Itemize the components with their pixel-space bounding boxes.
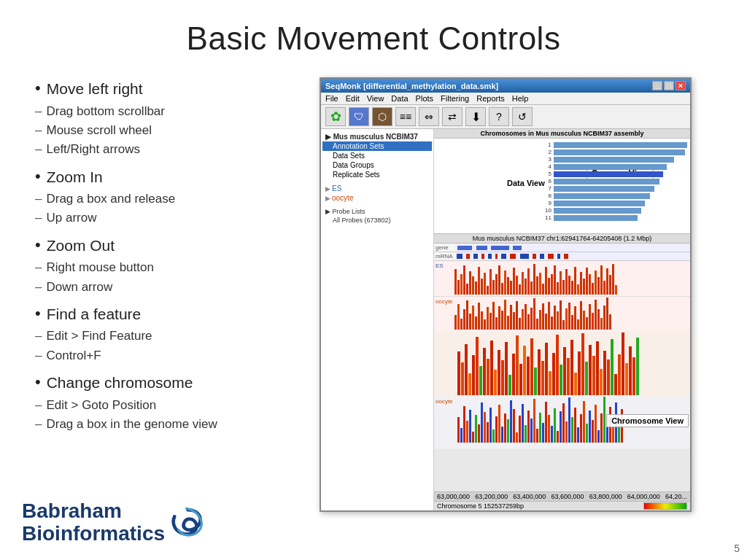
list-item-zoomout: • Zoom Out –Right mouse button –Down arr… (35, 234, 298, 297)
chrom-view-bottom-label: Chromosome View (606, 414, 689, 427)
list-item-find: • Find a feature –Edit > Find Feature –C… (35, 303, 298, 365)
sub-item: –Drag bottom scrollbar (35, 102, 298, 121)
menu-reports[interactable]: Reports (476, 94, 505, 103)
data-view-label: Data View (507, 179, 545, 187)
bottom-chrom-area: Chromosome View oocyte (434, 397, 690, 449)
minimize-button[interactable]: _ (652, 81, 662, 90)
position-bar: 63,000,000 63,200,000 63,400,000 63,600,… (434, 491, 690, 501)
tree-replicate[interactable]: Replicate Sets (322, 170, 432, 179)
logo-text: Babraham Bioinformatics (22, 500, 165, 545)
chrom-view-area: Data View Genome View 1 2 3 4 5 6 7 8 (434, 139, 690, 233)
chrom-bar-2: 2 (541, 149, 687, 155)
genome-panel: Chromosomes in Mus musculus NCBIM37 asse… (434, 129, 690, 510)
menu-help[interactable]: Help (512, 94, 529, 103)
list-item-chrom: • Change chromosome –Edit > Goto Positio… (35, 371, 298, 434)
page-number: 5 (734, 542, 740, 554)
menu-view[interactable]: View (367, 94, 384, 103)
tree-es[interactable]: ▶ ES (322, 184, 432, 193)
tree-oocyte[interactable]: ▶ oocyte (322, 193, 432, 203)
window-title: SeqMonk [differential_methylation_data.s… (325, 82, 498, 90)
window-controls: _ □ ✕ (652, 81, 686, 90)
sub-item: –Edit > Goto Position (35, 396, 298, 415)
chrom-title: Chromosomes in Mus musculus NCBIM37 asse… (434, 129, 690, 139)
logo-icon (168, 503, 208, 543)
sub-item: –Drag a box and release (35, 190, 298, 209)
tree-annotation[interactable]: Annotation Sets (322, 141, 432, 151)
chrom-bar-8: 8 (541, 192, 687, 199)
chrom-bars: 1 2 3 4 5 6 7 8 9 10 11 (541, 141, 687, 222)
tool-btn-1[interactable]: ✿ (325, 107, 346, 126)
tool-btn-3[interactable]: ⬡ (372, 107, 392, 126)
status-bar: Chromosome 5 152537259bp (434, 501, 690, 510)
tree-root[interactable]: ▶ Mus musculus NCBIM37 (322, 132, 432, 141)
tree-datagroups[interactable]: Data Groups (322, 160, 432, 170)
seqmonk-window: SeqMonk [differential_methylation_data.s… (320, 77, 692, 512)
maximize-button[interactable]: □ (664, 81, 674, 90)
chrom-bar-10: 10 (541, 207, 687, 214)
close-button[interactable]: ✕ (676, 81, 686, 90)
menu-data[interactable]: Data (391, 94, 408, 103)
tool-btn-6[interactable]: ⇄ (442, 107, 462, 126)
chrom-bar-4: 4 (541, 163, 687, 170)
menu-file[interactable]: File (325, 94, 338, 103)
menu-plots[interactable]: Plots (416, 94, 433, 103)
screenshot-panel: SeqMonk [differential_methylation_data.s… (320, 77, 699, 512)
menu-filtering[interactable]: Filtering (441, 94, 469, 103)
chrom-bar-5: 5 (541, 171, 687, 177)
sub-item: –Mouse scroll wheel (35, 121, 298, 140)
title-bar: SeqMonk [differential_methylation_data.s… (321, 79, 690, 93)
tree-probe-lists[interactable]: ▶ Probe Lists (322, 207, 432, 216)
chrom-bar-3: 3 (541, 156, 687, 163)
main-content: • Move left right –Drag bottom scrollbar… (0, 70, 747, 512)
status-text: Chromosome 5 152537259bp (437, 502, 524, 510)
gene-track: gene (434, 244, 690, 252)
sub-item: –Drag a box in the genome view (35, 415, 298, 434)
tool-btn-8[interactable]: ? (489, 107, 509, 126)
page-title: Basic Movement Controls (0, 0, 747, 70)
mrna-track: mRNA (434, 252, 690, 261)
logo-area: Babraham Bioinformatics (22, 500, 208, 545)
sub-item: –Down arrow (35, 278, 298, 297)
sub-item: –Edit > Find Feature (35, 327, 298, 346)
sub-item: –Left/Right arrows (35, 140, 298, 159)
chrom-bar-11: 11 (541, 214, 687, 221)
tree-datasets[interactable]: Data Sets (322, 151, 432, 160)
sub-item: –Control+F (35, 346, 298, 365)
tool-btn-7[interactable]: ⬇ (465, 107, 486, 126)
tool-btn-2[interactable]: 🛡 (349, 107, 369, 126)
bullet-list: • Move left right –Drag bottom scrollbar… (35, 77, 298, 440)
chrom-bar-9: 9 (541, 200, 687, 206)
reads-oocyte: oocyte (434, 296, 690, 331)
list-item-move: • Move left right –Drag bottom scrollbar… (35, 77, 298, 160)
sub-item: –Right mouse button (35, 258, 298, 277)
toolbar: ✿ 🛡 ⬡ ≡≡ ⇔ ⇄ ⬇ ? ↺ (321, 105, 690, 129)
tool-btn-9[interactable]: ↺ (512, 107, 533, 126)
seq-body: Annotation gene (434, 244, 690, 491)
tool-btn-5[interactable]: ⇔ (419, 107, 439, 126)
tree-all-probes[interactable]: All Probes (673802) (322, 216, 432, 225)
chrom-bar-7: 7 (541, 185, 687, 192)
list-item-zoomin: • Zoom In –Drag a box and release –Up ar… (35, 166, 298, 228)
tool-btn-4[interactable]: ≡≡ (395, 107, 416, 126)
chrom-bar-1: 1 (541, 141, 687, 148)
reads-es: ES (434, 261, 690, 296)
menu-bar: File Edit View Data Plots Filtering Repo… (321, 93, 690, 105)
seq-header: Mus musculus NCBIM37 chr1:62941764-64205… (434, 233, 690, 244)
tree-panel: ▶ Mus musculus NCBIM37 Annotation Sets D… (321, 129, 434, 510)
chrom-bar-6: 6 (541, 178, 687, 184)
color-gradient (643, 502, 687, 510)
window-body: ▶ Mus musculus NCBIM37 Annotation Sets D… (321, 129, 690, 510)
quant-area (434, 331, 690, 397)
menu-edit[interactable]: Edit (346, 94, 360, 103)
sub-item: –Up arrow (35, 209, 298, 228)
